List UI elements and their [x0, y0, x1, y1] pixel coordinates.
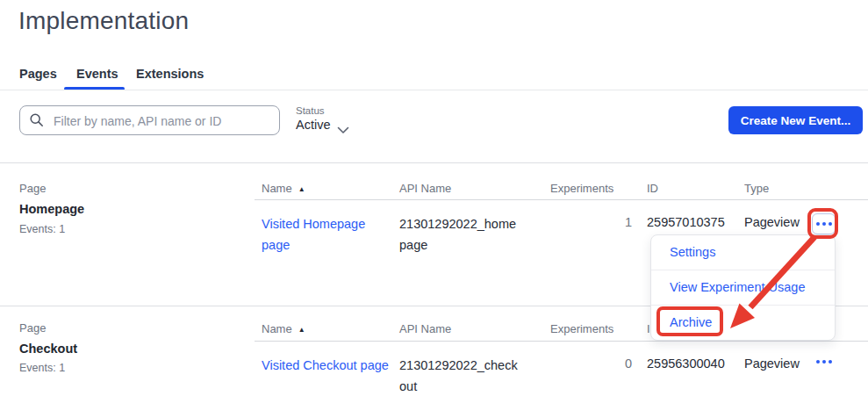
column-header-experiments: Experiments [550, 182, 613, 195]
event-id: 25956300040 [647, 356, 725, 371]
row-actions-button-homepage[interactable] [812, 213, 836, 234]
column-header-id: ID [647, 182, 658, 195]
section-divider [0, 162, 868, 163]
event-experiments-count: 1 [555, 215, 632, 229]
event-id: 25957010375 [647, 215, 725, 229]
header-underline [255, 341, 868, 342]
column-header-api-name: API Name [399, 322, 451, 335]
page-name-checkout: Checkout [19, 342, 77, 356]
column-header-experiments: Experiments [550, 322, 613, 335]
row-actions-menu: Settings View Experiment Usage Archive [650, 234, 836, 341]
page-title: Implementation [18, 7, 189, 35]
event-type: Pageview [744, 356, 800, 371]
column-header-name[interactable]: Name▲ [262, 182, 305, 195]
ellipsis-icon [816, 360, 820, 364]
row-actions-button-checkout[interactable] [812, 355, 836, 369]
event-link-visited-checkout[interactable]: Visited Checkout page [262, 355, 391, 376]
menu-item-archive[interactable]: Archive [651, 306, 835, 340]
tab-pages[interactable]: Pages [19, 67, 57, 81]
event-api-name: 21301292022_checkout [399, 355, 522, 396]
event-link-visited-homepage[interactable]: Visited Homepage page [262, 213, 391, 256]
column-header-api-name: API Name [399, 182, 451, 195]
event-type: Pageview [744, 215, 800, 229]
implementation-page: Implementation Pages Events Extensions S… [0, 0, 868, 396]
filter-input[interactable] [52, 112, 273, 131]
sort-asc-icon: ▲ [298, 185, 305, 193]
page-type-label: Page [19, 182, 46, 195]
chevron-down-icon [337, 122, 349, 138]
sort-asc-icon: ▲ [298, 326, 305, 334]
menu-item-view-experiment-usage[interactable]: View Experiment Usage [651, 270, 835, 306]
tab-events[interactable]: Events [76, 67, 118, 81]
column-header-type: Type [744, 182, 769, 195]
status-label: Status [296, 105, 359, 116]
menu-item-settings[interactable]: Settings [651, 235, 835, 270]
tab-extensions[interactable]: Extensions [136, 67, 204, 81]
create-new-event-button[interactable]: Create New Event... [728, 106, 863, 134]
search-icon [30, 113, 44, 131]
page-type-label: Page [19, 321, 46, 335]
header-underline [255, 199, 868, 200]
events-count: Events: 1 [19, 223, 65, 235]
page-name-homepage: Homepage [19, 202, 84, 216]
ellipsis-icon [816, 222, 820, 226]
filter-box [19, 105, 280, 135]
tabs-divider [0, 90, 868, 90]
status-dropdown[interactable]: Status Active [296, 105, 359, 139]
events-count: Events: 1 [19, 362, 65, 374]
event-experiments-count: 0 [555, 356, 632, 371]
column-header-name[interactable]: Name▲ [262, 322, 305, 335]
event-api-name: 21301292022_homepage [399, 213, 522, 256]
status-value: Active [296, 118, 359, 132]
